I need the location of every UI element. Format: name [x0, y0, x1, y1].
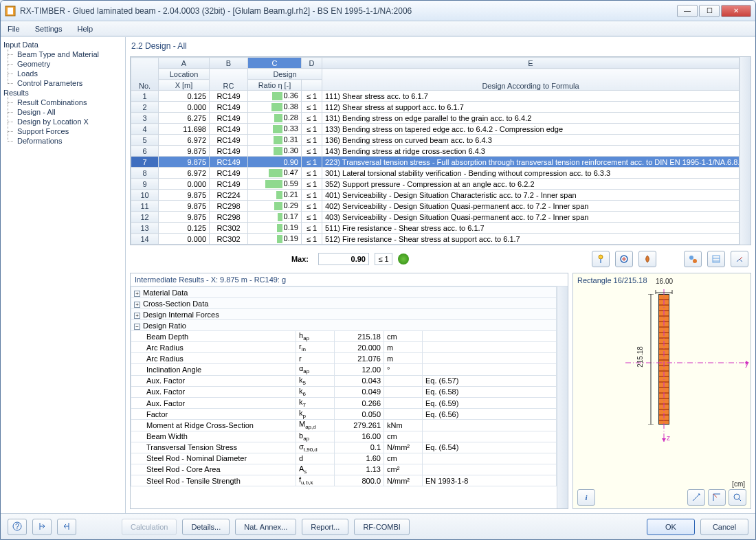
detail-row: Moment at Ridge Cross-SectionMap,d279.26… [131, 420, 557, 431]
minimize-button[interactable]: — [677, 5, 698, 17]
detail-row: Aux. Factork50.043Eq. (6.57) [131, 375, 557, 386]
col-d[interactable]: D [302, 58, 322, 69]
tree-deformations[interactable]: Deformations [2, 136, 124, 146]
col-e[interactable]: E [322, 58, 740, 69]
menu-settings[interactable]: Settings [32, 23, 65, 34]
group-internal-forces[interactable]: +Design Internal Forces [131, 309, 557, 320]
menu-help[interactable]: Help [74, 23, 96, 34]
max-row: Max: 0.90 ≤ 1 [130, 248, 751, 270]
tree-beam-type[interactable]: Beam Type and Material [2, 49, 124, 59]
detail-row: Inclination Angleαap12.00° [131, 364, 557, 375]
grid-scrollbar[interactable] [740, 57, 751, 245]
col-b[interactable]: B [210, 58, 248, 69]
group-crosssection[interactable]: +Cross-Section Data [131, 298, 557, 309]
navigation-tree: Input Data Beam Type and Material Geomet… [1, 37, 126, 513]
details-scrollbar[interactable] [557, 286, 568, 508]
table-row[interactable]: 56.972RC1490.31≤ 1136) Bending stress on… [131, 135, 740, 146]
tree-control-params[interactable]: Control Parameters [2, 78, 124, 88]
col-location: Location [159, 69, 210, 80]
ok-button[interactable]: OK [647, 519, 695, 535]
app-window: RX-TIMBER - Glued laminated beam - 2.04.… [0, 0, 756, 540]
col-x: X [m] [159, 80, 210, 91]
tree-result-combinations[interactable]: Result Combinations [2, 98, 124, 107]
group-material[interactable]: +Material Data [131, 287, 557, 298]
tree-design-all[interactable]: Design - All [2, 107, 124, 117]
details-button[interactable]: Details... [182, 519, 230, 535]
detail-row: Arc Radiusrin20.000m [131, 342, 557, 353]
svg-point-6 [693, 259, 697, 263]
svg-rect-1 [8, 8, 13, 14]
nav-prev-button[interactable] [32, 519, 52, 535]
tree-results[interactable]: Results [2, 88, 124, 98]
toolbar-button-3[interactable] [731, 251, 748, 267]
detail-row: Aux. Factork70.266Eq. (6.59) [131, 397, 557, 408]
col-design: Design [248, 69, 322, 80]
toolbar-button-1[interactable] [684, 251, 702, 267]
detail-row: Beam Widthbap16.00cm [131, 431, 557, 442]
table-row[interactable]: 129.875RC2980.17≤ 1403) Serviceability -… [131, 212, 740, 223]
axis-z: z [667, 434, 670, 442]
tree-geometry[interactable]: Geometry [2, 59, 124, 69]
titlebar: RX-TIMBER - Glued laminated beam - 2.04.… [1, 1, 755, 21]
calculation-button[interactable]: Calculation [122, 519, 177, 535]
table-row[interactable]: 411.698RC1490.33≤ 1133) Bending stress o… [131, 124, 740, 135]
table-row[interactable]: 10.125RC1490.36≤ 1111) Shear stress acc.… [131, 91, 740, 102]
view-button-1[interactable] [687, 489, 705, 506]
detail-row: Steel Rod - Nominal Diameterd1.60cm [131, 453, 557, 464]
footer: ? Calculation Details... Nat. Annex... R… [1, 513, 755, 539]
close-button[interactable]: ✕ [721, 5, 751, 17]
info-button[interactable]: i [577, 489, 595, 506]
help-button[interactable]: ? [8, 519, 27, 535]
rf-combi-button[interactable]: RF-COMBI [354, 519, 409, 535]
tree-design-by-x[interactable]: Design by Location X [2, 117, 124, 126]
view-button-3[interactable] [729, 489, 746, 506]
col-no: No. [131, 58, 159, 91]
table-row[interactable]: 109.875RC2240.21≤ 1401) Serviceability -… [131, 190, 740, 201]
dim-width: 16.00 [656, 278, 673, 285]
svg-rect-3 [600, 259, 601, 263]
col-c[interactable]: C [248, 58, 302, 69]
cancel-button[interactable]: Cancel [700, 519, 748, 535]
axis-y: y [745, 360, 748, 368]
app-icon [5, 5, 16, 16]
table-row[interactable]: 140.000RC3020.19≤ 1512) Fire resistance … [131, 234, 740, 245]
menubar: File Settings Help [1, 21, 755, 36]
max-value: 0.90 [318, 253, 369, 265]
design-grid[interactable]: No. A B C D E Location RC Design Design … [130, 56, 751, 245]
detail-row: Steel Rod - Core AreaAs1.13cm² [131, 464, 557, 475]
col-ratio: Ratio η [-] [248, 80, 302, 91]
table-row[interactable]: 79.875RC1490.90≤ 1223) Transversal tensi… [131, 157, 740, 168]
status-ok-icon [398, 254, 409, 265]
col-a[interactable]: A [159, 58, 210, 69]
table-row[interactable]: 119.875RC2980.29≤ 1402) Serviceability -… [131, 201, 740, 212]
detail-row: Arc Radiusr21.076m [131, 353, 557, 364]
tree-support-forces[interactable]: Support Forces [2, 126, 124, 136]
filter-button-1[interactable] [592, 251, 610, 267]
table-row[interactable]: 90.000RC1490.59≤ 1352) Support pressure … [131, 179, 740, 190]
detail-row: Aux. Factork60.049Eq. (6.58) [131, 386, 557, 397]
table-row[interactable]: 36.275RC1490.28≤ 1131) Bending stress on… [131, 113, 740, 124]
filter-button-3[interactable] [638, 251, 656, 267]
toolbar-button-2[interactable] [707, 251, 725, 267]
max-limit: ≤ 1 [375, 253, 392, 265]
detail-row: Beam Depthhap215.18cm [131, 331, 557, 342]
report-button[interactable]: Report... [302, 519, 348, 535]
svg-text:?: ? [15, 522, 19, 530]
nat-annex-button[interactable]: Nat. Annex... [235, 519, 296, 535]
menu-file[interactable]: File [5, 23, 23, 34]
tree-loads[interactable]: Loads [2, 69, 124, 78]
table-row[interactable]: 20.000RC1490.38≤ 1112) Shear stress at s… [131, 102, 740, 113]
filter-button-2[interactable] [615, 251, 633, 267]
table-row[interactable]: 130.125RC3020.19≤ 1511) Fire resistance … [131, 223, 740, 234]
nav-next-button[interactable] [57, 519, 76, 535]
svg-point-16 [734, 494, 740, 499]
group-design-ratio[interactable]: −Design Ratio [131, 320, 557, 331]
table-row[interactable]: 69.875RC1490.30≤ 1143) Bending stress at… [131, 146, 740, 157]
max-label: Max: [133, 255, 313, 263]
maximize-button[interactable]: ☐ [699, 5, 720, 17]
view-button-2[interactable] [708, 489, 726, 506]
tree-input-data[interactable]: Input Data [2, 40, 124, 49]
table-row[interactable]: 86.972RC1490.47≤ 1301) Lateral torsional… [131, 168, 740, 179]
detail-row: Transversal Tension Stressσt,90,d0.1N/mm… [131, 442, 557, 453]
intermediate-results: Intermediate Results - X: 9.875 m - RC14… [130, 273, 568, 509]
